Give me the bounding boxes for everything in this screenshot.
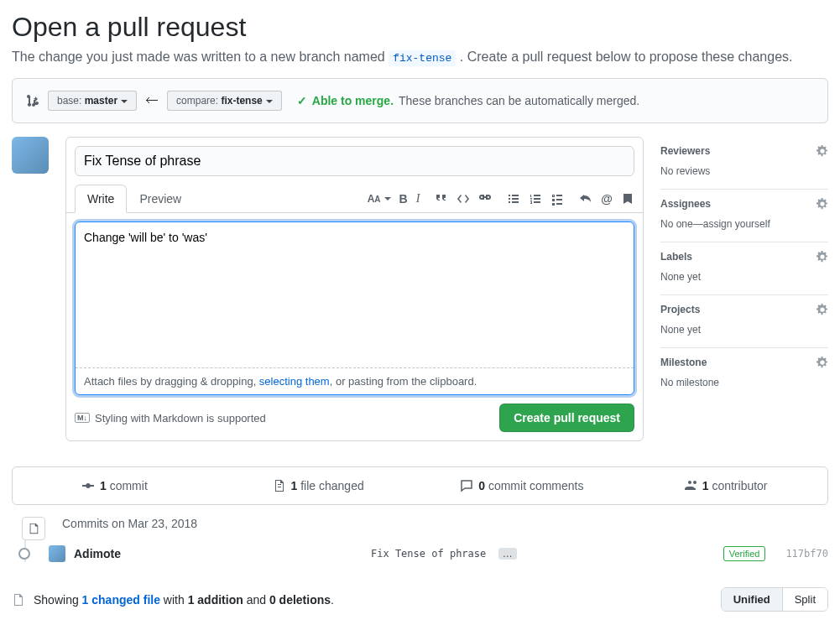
sidebar: Reviewers No reviews Assignees No one—as…: [660, 137, 828, 400]
commit-author-avatar[interactable]: [49, 545, 65, 562]
arrow-left-icon: 🡐: [145, 93, 159, 108]
compare-branches-box: base: master 🡐 compare: fix-tense ✓ Able…: [12, 78, 828, 123]
base-branch-select[interactable]: base: master: [48, 91, 137, 111]
mention-icon[interactable]: @: [601, 192, 613, 206]
preview-tab[interactable]: Preview: [127, 185, 194, 213]
commit-sha-link[interactable]: 117bf70: [785, 548, 828, 560]
split-view-button[interactable]: Split: [782, 588, 827, 611]
select-files-link[interactable]: selecting them: [259, 375, 330, 388]
pr-title-input[interactable]: [75, 146, 634, 176]
commit-message[interactable]: Fix Tense of phrase …: [228, 548, 517, 560]
assignees-heading[interactable]: Assignees: [660, 198, 711, 210]
file-icon: [12, 593, 25, 607]
merge-status: ✓ Able to merge. These branches can be a…: [297, 94, 639, 107]
git-compare-icon: [26, 94, 39, 107]
formatting-toolbar: AA B I @: [368, 192, 634, 206]
contributors-tab[interactable]: 1 contributor: [623, 467, 827, 504]
reviewers-section: Reviewers No reviews: [660, 137, 828, 190]
description-textarea[interactable]: [76, 222, 634, 365]
file-diff-icon: [273, 479, 286, 492]
italic-icon[interactable]: I: [416, 192, 420, 206]
quote-icon[interactable]: [435, 192, 448, 206]
reviewers-heading[interactable]: Reviewers: [660, 145, 710, 157]
milestone-heading[interactable]: Milestone: [660, 357, 707, 368]
commit-dot-icon: [18, 548, 30, 560]
changed-files-link[interactable]: 1 changed file: [82, 593, 160, 607]
files-changed-tab[interactable]: 1 file changed: [217, 467, 420, 504]
commit-author-link[interactable]: Adimote: [74, 547, 121, 560]
page-subtitle: The change you just made was written to …: [12, 49, 828, 65]
markdown-hint[interactable]: M↓ Styling with Markdown is supported: [75, 412, 266, 424]
bold-icon[interactable]: B: [399, 192, 408, 206]
code-icon[interactable]: [457, 192, 470, 206]
write-tab[interactable]: Write: [75, 185, 127, 213]
stats-bar: 1 commit 1 file changed 0 commit comment…: [12, 466, 828, 505]
gear-icon[interactable]: [817, 357, 828, 368]
saved-reply-icon[interactable]: [621, 192, 634, 206]
gear-icon[interactable]: [817, 145, 828, 157]
diff-summary-row: Showing 1 changed file with 1 addition a…: [12, 587, 828, 612]
compare-branch-select[interactable]: compare: fix-tense: [167, 91, 282, 111]
commit-ellipsis-button[interactable]: …: [498, 548, 517, 560]
create-pr-button[interactable]: Create pull request: [499, 404, 634, 432]
gear-icon[interactable]: [817, 198, 828, 210]
assignees-section: Assignees No one—assign yourself: [660, 190, 828, 242]
reply-icon[interactable]: [579, 192, 592, 206]
labels-heading[interactable]: Labels: [660, 251, 692, 263]
unified-view-button[interactable]: Unified: [722, 588, 782, 611]
commits-date-header: Commits on Mar 23, 2018: [62, 517, 197, 530]
link-icon[interactable]: [478, 192, 492, 206]
commits-timeline: Commits on Mar 23, 2018 Adimote Fix Tens…: [12, 517, 828, 562]
labels-section: Labels None yet: [660, 242, 828, 295]
attach-hint: Attach files by dragging & dropping, sel…: [76, 367, 634, 394]
gear-icon[interactable]: [817, 251, 828, 263]
commit-icon: [81, 479, 95, 492]
check-icon: ✓: [297, 94, 307, 107]
description-field-wrapper: Attach files by dragging & dropping, sel…: [75, 221, 634, 395]
verified-badge[interactable]: Verified: [723, 546, 766, 561]
markdown-icon: M↓: [75, 413, 90, 423]
numbered-list-icon[interactable]: [529, 192, 542, 206]
bulleted-list-icon[interactable]: [507, 192, 520, 206]
deletions-count: 0 deletions: [269, 593, 331, 607]
user-avatar[interactable]: [12, 137, 49, 174]
commit-row: Adimote Fix Tense of phrase … Verified 1…: [18, 545, 828, 562]
people-icon: [684, 479, 697, 492]
projects-section: Projects None yet: [660, 295, 828, 348]
page-title: Open a pull request: [12, 12, 828, 43]
milestone-section: Milestone No milestone: [660, 348, 828, 400]
assign-yourself-link[interactable]: assign yourself: [703, 218, 770, 230]
repo-push-icon: [22, 517, 45, 540]
gear-icon[interactable]: [817, 304, 828, 315]
comment-form: Write Preview AA B I: [65, 137, 644, 441]
task-list-icon[interactable]: [550, 192, 564, 206]
heading-icon[interactable]: AA: [368, 193, 391, 205]
branch-name-tag: fix-tense: [389, 50, 456, 66]
diff-view-toggle: Unified Split: [721, 587, 828, 612]
comment-icon: [460, 479, 473, 492]
commits-tab[interactable]: 1 commit: [13, 467, 217, 504]
projects-heading[interactable]: Projects: [660, 304, 700, 315]
commit-comments-tab[interactable]: 0 commit comments: [420, 467, 624, 504]
additions-count: 1 addition: [188, 593, 243, 607]
